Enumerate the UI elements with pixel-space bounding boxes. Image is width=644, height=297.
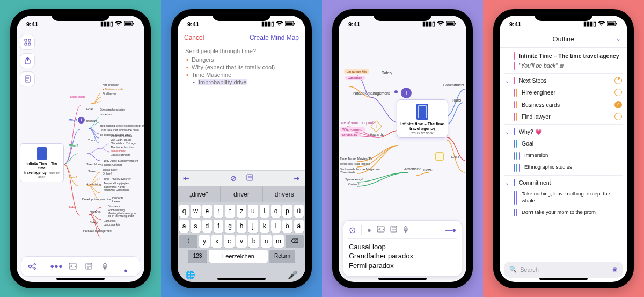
style-icon[interactable]	[402, 226, 409, 235]
node[interactable]: Temporal loop jingles	[104, 182, 129, 185]
key-q[interactable]: q	[179, 205, 189, 218]
numbers-key[interactable]: 123	[188, 250, 207, 263]
note-icon[interactable]	[390, 226, 397, 234]
node[interactable]: The Monet last tour	[111, 146, 134, 149]
node[interactable]: Dinosaurs	[108, 205, 120, 208]
focus-icon[interactable]: ⊙	[349, 225, 356, 235]
node-icon[interactable]	[27, 261, 38, 272]
prediction-item[interactable]: drivers	[263, 186, 305, 202]
chip-dinos[interactable]: Dinosaurs	[340, 133, 360, 137]
outline-row[interactable]: ⌄Next Steps	[500, 75, 627, 87]
outline-row[interactable]: ⌄Commitment	[500, 177, 627, 189]
node[interactable]: Backwards Home Magazine Classifieds	[104, 186, 136, 192]
label-hazards[interactable]: Hazards	[370, 133, 384, 136]
chevron-down-icon[interactable]: ⌄	[504, 128, 510, 136]
node[interactable]: Van Gogh, go, go	[111, 138, 131, 141]
key-p[interactable]: p	[282, 205, 292, 218]
key-v[interactable]: v	[236, 235, 247, 248]
label-tours[interactable]: Tours	[452, 98, 461, 102]
chevron-down-icon[interactable]: ⌄	[504, 77, 510, 85]
check-icon[interactable]: ⊘	[230, 174, 237, 183]
home-indicator[interactable]	[56, 278, 105, 280]
chip-witch[interactable]: Witch-burning	[340, 127, 365, 132]
key-o[interactable]: o	[271, 205, 281, 218]
node[interactable]: Advertising	[86, 183, 101, 186]
chip-language-kits[interactable]: Language kits	[344, 69, 369, 74]
chat-icon[interactable]: ●●●	[51, 261, 62, 272]
node[interactable]: Time Travel Movies/TV	[104, 177, 131, 180]
key-ä[interactable]: ä	[294, 220, 304, 233]
label-advertising[interactable]: Advertising	[404, 167, 421, 171]
mic-icon[interactable]: 🎤	[288, 270, 298, 280]
label-love[interactable]: ove of your rong order	[340, 121, 377, 125]
node[interactable]: Hazards	[90, 210, 100, 213]
outline-row[interactable]: ⌄Ethnographic studies	[500, 162, 627, 174]
canvas[interactable]: Safety Language kits Costumes Paradox ma…	[339, 31, 466, 282]
search-input[interactable]: 🔍 Search ◉	[504, 262, 623, 278]
prediction-item[interactable]: driver	[221, 186, 264, 202]
key-x[interactable]: x	[211, 235, 222, 248]
key-d[interactable]: d	[202, 220, 212, 233]
root-node-card[interactable]: Infinite time – The time travel agency "…	[397, 99, 448, 138]
node[interactable]: Choose partners	[111, 153, 130, 156]
node[interactable]: Online !	[348, 183, 360, 186]
node[interactable]: ● Business cards	[103, 88, 123, 91]
chevron-down-icon[interactable]: ⌄	[504, 179, 510, 187]
branch-rd[interactable]: R&D	[69, 205, 76, 208]
key-b[interactable]: b	[248, 235, 259, 248]
branch-how[interactable]: How?	[69, 176, 77, 179]
node[interactable]: Online !	[103, 172, 112, 175]
key-g[interactable]: g	[225, 220, 235, 233]
key-s[interactable]: s	[191, 220, 200, 233]
node[interactable]: Mobile Panel	[111, 149, 126, 153]
outline-row[interactable]: ⌄Take nothing, leave nothing. except the…	[500, 189, 627, 207]
label-safety[interactable]: Safety	[382, 71, 392, 75]
node[interactable]: Safety	[90, 221, 98, 224]
status-prog[interactable]	[614, 77, 622, 84]
indent-icon[interactable]: ⇥	[294, 174, 300, 183]
node[interactable]: Discover Australia	[111, 134, 132, 137]
key-f[interactable]: f	[214, 220, 223, 233]
node[interactable]: Don't take your mom to the prom	[100, 128, 139, 132]
editor-area[interactable]: Send people through time? Dangers Why (e…	[178, 45, 305, 170]
node[interactable]: 1980 Apple Stock investment	[104, 159, 138, 162]
note-icon[interactable]	[246, 174, 253, 183]
key-y[interactable]: y	[199, 235, 210, 248]
branch-why[interactable]: Why?	[69, 119, 77, 122]
key-n[interactable]: n	[261, 235, 272, 248]
image-icon[interactable]	[67, 261, 78, 272]
document-icon[interactable]	[20, 71, 35, 86]
status-empty[interactable]	[614, 113, 622, 120]
backspace-key[interactable]: ⌫	[286, 235, 304, 248]
globe-icon[interactable]: 🌐	[185, 270, 195, 280]
chip-costumes[interactable]: Costumes	[345, 76, 365, 80]
outdent-icon[interactable]: ⇤	[183, 174, 189, 183]
node[interactable]: 30's wilds in Chicago	[111, 142, 136, 145]
node[interactable]: mitment	[86, 119, 97, 122]
key-h[interactable]: h	[237, 220, 246, 233]
label-how[interactable]: How?	[423, 168, 433, 172]
prediction-item[interactable]: „drive"	[178, 186, 221, 202]
key-l[interactable]: l	[271, 220, 281, 233]
node[interactable]: Meeting the love of your life in the wro…	[108, 212, 139, 218]
node[interactable]: Speak easy!	[345, 178, 363, 181]
outline-row[interactable]: ⌄Business cards✓	[500, 99, 627, 111]
outline-row[interactable]: ⌄Goal	[500, 137, 627, 150]
create-mindmap-button[interactable]: Create Mind Map	[250, 34, 299, 41]
chevron-down-icon[interactable]: ⌄	[616, 35, 621, 42]
home-indicator[interactable]	[217, 278, 266, 280]
link-icon[interactable]: —●	[123, 261, 134, 272]
node[interactable]: Levers	[112, 200, 120, 203]
key-r[interactable]: r	[214, 205, 223, 218]
node[interactable]: Hire engineer	[103, 83, 119, 86]
node[interactable]: Costumes	[104, 219, 116, 222]
key-a[interactable]: a	[179, 220, 189, 233]
node[interactable]: Speak easy!	[103, 168, 118, 171]
key-c[interactable]: c	[224, 235, 235, 248]
key-ü[interactable]: ü	[294, 205, 304, 218]
plus-icon[interactable]: +	[78, 117, 85, 124]
note-icon[interactable]	[83, 261, 94, 272]
key-e[interactable]: e	[202, 205, 212, 218]
node[interactable]: Sales	[88, 170, 96, 173]
outline-row[interactable]: ⌄Hire engineer	[500, 86, 627, 99]
